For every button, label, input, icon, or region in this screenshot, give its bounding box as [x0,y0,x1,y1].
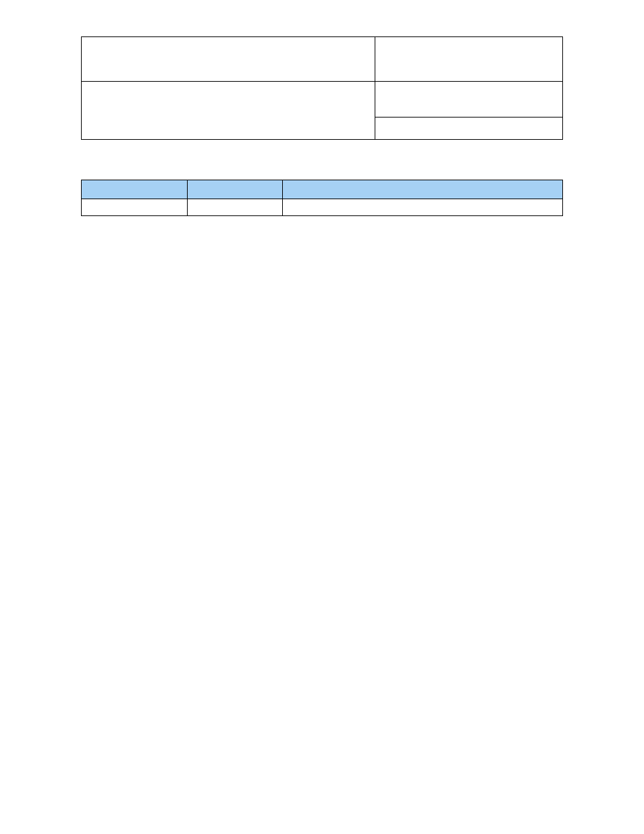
cell-bottom-right-lower [375,118,563,140]
cell-bottom-right-upper [375,82,563,118]
cell-bottom-left [82,82,375,140]
column-header-1 [82,180,188,199]
table-row [82,82,563,118]
table-header-row [82,180,563,199]
list-table [81,180,563,216]
column-header-3 [282,180,562,199]
cell-3 [282,199,562,216]
cell-top-left [82,37,375,82]
cell-top-right [375,37,563,82]
table-row [82,199,563,216]
form-table-top [81,36,563,140]
column-header-2 [187,180,282,199]
cell-2 [187,199,282,216]
cell-1 [82,199,188,216]
table-row [82,37,563,82]
